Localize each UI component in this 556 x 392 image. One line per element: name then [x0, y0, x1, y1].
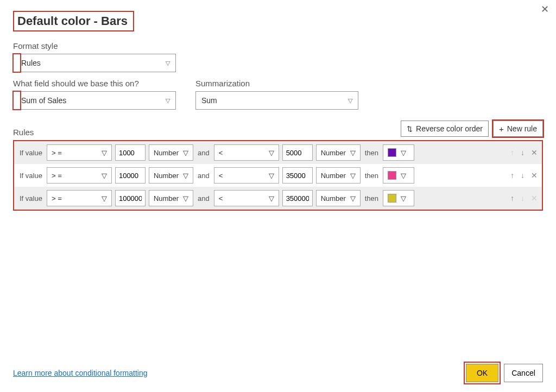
then-label: then: [364, 149, 380, 157]
if-value-label: If value: [18, 194, 43, 203]
chevron-down-icon: ▽: [166, 97, 170, 104]
reverse-icon: [407, 124, 413, 133]
rule-op2-value: <: [219, 149, 223, 157]
field-base-dropdown[interactable]: Sum of Sales ▽: [13, 91, 176, 110]
summarization-dropdown[interactable]: Sum ▽: [195, 91, 358, 110]
rule-color-dropdown[interactable]: ▽: [383, 167, 414, 184]
summarization-value: Sum: [201, 96, 217, 105]
delete-rule-icon[interactable]: ✕: [531, 171, 538, 180]
rules-container: If value> =▽Number▽and<▽Number▽then▽↑↓✕I…: [13, 140, 543, 211]
chevron-down-icon: ▽: [350, 172, 356, 180]
move-up-icon[interactable]: ↑: [510, 171, 514, 180]
move-up-icon: ↑: [510, 148, 514, 157]
field-base-label: What field should we base this on?: [13, 79, 176, 88]
new-rule-label: New rule: [507, 124, 537, 133]
chevron-down-icon: ▽: [269, 172, 274, 180]
then-label: then: [364, 172, 380, 180]
new-rule-button[interactable]: New rule: [493, 121, 543, 137]
chevron-down-icon: ▽: [350, 194, 356, 203]
rule-type1-value: Number: [154, 172, 179, 180]
and-label: and: [197, 172, 211, 180]
summarization-label: Summarization: [195, 79, 358, 88]
color-swatch: [388, 171, 396, 180]
dialog-title: Default color - Bars: [13, 11, 134, 31]
plus-icon: [499, 124, 504, 134]
format-style-label: Format style: [13, 41, 543, 50]
color-swatch: [388, 148, 396, 157]
close-icon: ✕: [541, 3, 549, 15]
rule-color-dropdown[interactable]: ▽: [383, 144, 414, 161]
rule-type2-value: Number: [321, 149, 346, 157]
rule-op2-dropdown[interactable]: <▽: [214, 144, 279, 161]
reverse-color-order-button[interactable]: Reverse color order: [401, 121, 489, 137]
rule-op1-value: > =: [52, 149, 62, 157]
ok-button[interactable]: OK: [466, 364, 498, 382]
reverse-label: Reverse color order: [416, 124, 483, 133]
learn-more-link[interactable]: Learn more about conditional formatting: [13, 369, 147, 377]
chevron-down-icon: ▽: [401, 194, 406, 203]
chevron-down-icon: ▽: [183, 172, 188, 180]
rule-type2-dropdown[interactable]: Number▽: [316, 167, 361, 184]
move-down-icon: ↓: [521, 194, 525, 203]
rule-op2-dropdown[interactable]: <▽: [214, 167, 279, 184]
rule-type2-value: Number: [321, 194, 346, 203]
rules-label: Rules: [13, 128, 34, 137]
chevron-down-icon: ▽: [348, 97, 352, 104]
delete-rule-icon[interactable]: ✕: [531, 148, 538, 157]
delete-rule-icon: ✕: [531, 194, 538, 203]
rule-color-dropdown[interactable]: ▽: [383, 190, 414, 206]
chevron-down-icon: ▽: [102, 149, 107, 157]
close-dialog-button[interactable]: ✕: [539, 3, 551, 15]
rule-type1-dropdown[interactable]: Number▽: [149, 144, 193, 161]
rule-type2-dropdown[interactable]: Number▽: [316, 190, 361, 206]
chevron-down-icon: ▽: [183, 149, 188, 157]
format-style-value: Rules: [19, 59, 41, 67]
move-down-icon[interactable]: ↓: [521, 171, 525, 180]
move-down-icon[interactable]: ↓: [521, 148, 525, 157]
rule-row: If value> =▽Number▽and<▽Number▽then▽↑↓✕: [14, 164, 542, 187]
rule-op1-value: > =: [52, 194, 62, 203]
rule-val1-input[interactable]: [115, 167, 146, 184]
rule-val2-input[interactable]: [282, 167, 313, 184]
and-label: and: [197, 194, 211, 203]
rule-val2-input[interactable]: [282, 144, 313, 161]
rule-val1-input[interactable]: [115, 144, 146, 161]
move-up-icon[interactable]: ↑: [510, 194, 514, 203]
rule-type2-value: Number: [321, 172, 346, 180]
rule-op2-dropdown[interactable]: <▽: [214, 190, 279, 206]
rule-row: If value> =▽Number▽and<▽Number▽then▽↑↓✕: [14, 187, 542, 210]
rule-op2-value: <: [219, 194, 223, 203]
rule-op2-value: <: [219, 172, 223, 180]
if-value-label: If value: [18, 149, 43, 157]
rule-type1-value: Number: [154, 149, 179, 157]
rule-type1-dropdown[interactable]: Number▽: [149, 190, 193, 206]
chevron-down-icon: ▽: [401, 149, 406, 157]
rule-type2-dropdown[interactable]: Number▽: [316, 144, 361, 161]
chevron-down-icon: ▽: [183, 194, 188, 203]
then-label: then: [364, 194, 380, 203]
rule-val1-input[interactable]: [115, 190, 146, 206]
rule-op1-dropdown[interactable]: > =▽: [47, 167, 112, 184]
chevron-down-icon: ▽: [166, 60, 170, 67]
rule-row: If value> =▽Number▽and<▽Number▽then▽↑↓✕: [14, 141, 542, 164]
chevron-down-icon: ▽: [269, 149, 274, 157]
chevron-down-icon: ▽: [401, 172, 406, 180]
rule-val2-input[interactable]: [282, 190, 313, 206]
chevron-down-icon: ▽: [102, 172, 107, 180]
chevron-down-icon: ▽: [102, 194, 107, 203]
rule-op1-dropdown[interactable]: > =▽: [47, 144, 112, 161]
field-base-value: Sum of Sales: [19, 96, 66, 105]
color-swatch: [388, 194, 396, 203]
cancel-button[interactable]: Cancel: [504, 364, 543, 382]
if-value-label: If value: [18, 172, 43, 180]
format-style-dropdown[interactable]: Rules ▽: [13, 54, 176, 72]
rule-op1-value: > =: [52, 172, 62, 180]
rule-op1-dropdown[interactable]: > =▽: [47, 190, 112, 206]
chevron-down-icon: ▽: [269, 194, 274, 203]
rule-type1-value: Number: [154, 194, 179, 203]
rule-type1-dropdown[interactable]: Number▽: [149, 167, 193, 184]
chevron-down-icon: ▽: [350, 149, 356, 157]
and-label: and: [197, 149, 211, 157]
